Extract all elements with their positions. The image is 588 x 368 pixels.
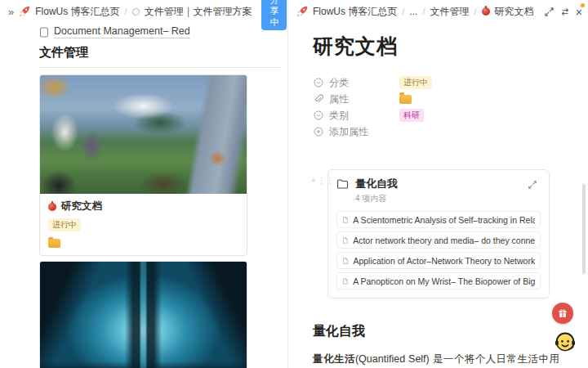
section-heading: 量化自我 [313,323,559,340]
pdf-icon [342,276,348,286]
left-page-content: Document Management– Red 文件管理 研究文档 进行中 [39,23,250,368]
scrollbar-thumb[interactable] [582,184,586,274]
flowus-logo-icon [19,6,30,17]
breadcrumb-current[interactable]: 研究文档 [495,5,534,19]
gift-icon [557,307,568,319]
status-badge: 进行中 [48,218,81,231]
apple-page-icon [48,203,56,211]
page-icon [39,27,49,38]
select-property-icon [313,78,324,88]
smiley-headset-icon [553,329,577,353]
body-paragraph: 量化生活(Quantified Self) 是一个将个人日常生活中用输入、状态和… [313,350,559,368]
plus-circle-icon [313,127,324,137]
pdf-file-item[interactable]: Actor network theory and media– do they … [336,231,541,249]
page-title: 文件管理 [39,45,250,61]
backlink-label: Document Management– Red [54,25,190,38]
gallery-card-work[interactable]: ★ 工作文档 待处理 [39,261,247,368]
share-button[interactable]: 分享中 [261,0,287,30]
folder-outline-icon [336,178,349,190]
flowus-app: » FlowUs 博客汇总页 / 文件管理｜文件管理方案 分享中 ••• [0,0,588,368]
add-property-row[interactable]: 添加属性 [313,123,559,140]
expand-icon[interactable] [544,3,555,20]
breadcrumb-collapsed[interactable]: ... [409,6,417,17]
property-list: 分类 进行中 属性 类别 科研 [313,74,559,140]
gallery-card-research[interactable]: 研究文档 进行中 [39,74,247,256]
breadcrumb-parent[interactable]: 文件管理 [430,5,469,19]
property-row-attachment[interactable]: 属性 [313,91,559,107]
apple-page-icon [482,7,490,16]
breadcrumb-home[interactable]: FlowUs 博客汇总页 [35,5,119,19]
sidebar-collapse-icon[interactable]: » [8,6,14,18]
page-circle-icon [132,8,140,16]
paperclip-icon [313,94,324,104]
folder-icon[interactable] [399,95,412,104]
folder-icon [48,239,60,248]
right-pane: FlowUs 博客汇总页 / ... / 文件管理 / 研究文档 × 研究文档 [288,0,588,368]
pdf-file-item[interactable]: A Panopticon on My Wrist– The Biopower o… [336,272,541,289]
swap-panes-icon[interactable] [559,3,571,20]
pdf-file-item[interactable]: Application of Actor–Network Theory to N… [336,252,541,269]
left-pane: » FlowUs 博客汇总页 / 文件管理｜文件管理方案 分享中 ••• [0,0,287,368]
embed-title[interactable]: 量化自我 [355,177,518,191]
notification-dot [581,3,585,7]
right-header: FlowUs 博客汇总页 / ... / 文件管理 / 研究文档 × [288,0,588,23]
pdf-icon [342,236,348,245]
breadcrumb-home[interactable]: FlowUs 博客汇总页 [313,5,397,19]
embedded-folder-block: +⋮⋮ 量化自我 4 项内容 [327,169,550,298]
pdf-icon [342,256,348,266]
embed-item-count: 4 项内容 [355,193,518,204]
property-row-type[interactable]: 类别 科研 [313,107,559,123]
block-drag-handle[interactable]: +⋮⋮ [311,176,334,185]
backlink-item[interactable]: Document Management– Red [39,25,250,38]
flowus-logo-icon [296,6,308,17]
card-cover-machine [40,262,247,368]
card-cover-painting [40,75,247,194]
document-content: 研究文档 分类 进行中 属性 [313,23,559,368]
property-value-badge[interactable]: 进行中 [399,76,432,89]
select-property-icon [313,110,324,120]
pdf-file-item[interactable]: A Scientometric Analysis of Self–trackin… [336,211,541,228]
breadcrumb-separator: / [125,7,127,16]
divider [39,67,282,68]
support-chat-button[interactable] [553,329,577,353]
pdf-icon [342,215,348,225]
property-row-category[interactable]: 分类 进行中 [313,74,559,91]
document-title: 研究文档 [313,33,559,60]
breadcrumb-current-page[interactable]: 文件管理｜文件管理方案 [145,5,252,19]
open-fullscreen-icon[interactable] [524,177,541,193]
card-title: 研究文档 [61,200,102,213]
property-value-badge[interactable]: 科研 [399,109,424,122]
gift-promo-button[interactable] [552,303,573,324]
left-header: » FlowUs 博客汇总页 / 文件管理｜文件管理方案 分享中 ••• [0,0,287,23]
